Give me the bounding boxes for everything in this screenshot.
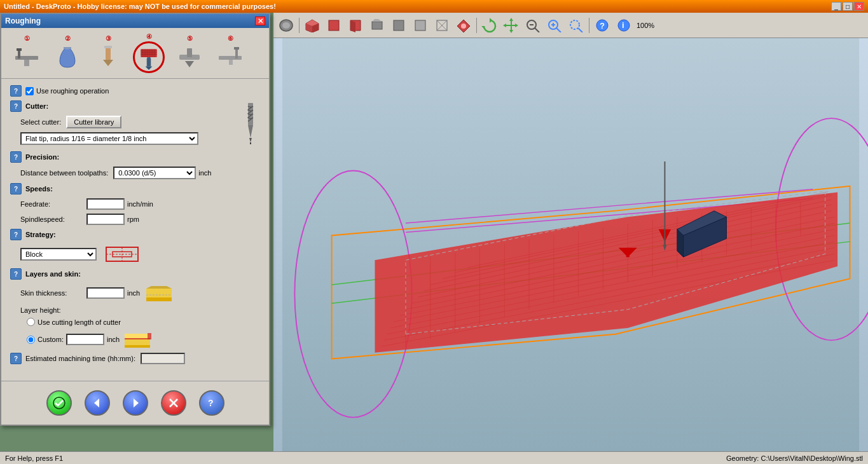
zoom-out-button[interactable] — [523, 16, 543, 35]
drill-bit-icon — [241, 103, 260, 144]
svg-rect-92 — [17, 48, 22, 51]
step-6-icon — [216, 43, 244, 71]
step-6[interactable]: ⑥ — [211, 35, 249, 71]
svg-marker-25 — [515, 24, 518, 27]
view-wire-button[interactable] — [432, 16, 452, 35]
help-button[interactable]: ? — [199, 390, 224, 416]
help-icon: ? — [205, 396, 219, 410]
svg-marker-141 — [94, 399, 99, 407]
distance-row: Distance between toolpaths: 0.0300 (d/5)… — [10, 167, 260, 179]
skin-thickness-input[interactable]: 0.0125 — [86, 287, 125, 299]
view-render-button[interactable] — [453, 16, 474, 35]
view-back-button[interactable] — [389, 16, 409, 35]
step-5[interactable]: ⑤ — [170, 35, 209, 71]
cutter-library-button[interactable]: Cutter library — [66, 116, 121, 128]
layer-height-icon — [122, 330, 153, 349]
speeds-label-row: ? Speeds: — [10, 183, 260, 194]
cutter-label-row: ? Cutter: — [10, 100, 235, 112]
dialog-close-button[interactable]: ✕ — [255, 17, 265, 25]
step-6-icon-wrap — [216, 43, 244, 71]
rotate-button[interactable] — [479, 16, 500, 35]
close-button[interactable]: ✕ — [854, 2, 864, 11]
svg-point-140 — [53, 397, 65, 409]
speeds-help[interactable]: ? — [10, 183, 22, 194]
zoom-in-button[interactable] — [544, 16, 565, 35]
step-3[interactable]: ③ — [89, 35, 127, 71]
strategy-dropdown[interactable]: Block Raster Spiral Radial — [20, 248, 97, 261]
svg-rect-93 — [24, 60, 29, 66]
maximize-button[interactable]: □ — [843, 2, 853, 11]
select-cutter-label: Select cutter: — [20, 118, 61, 126]
step-4[interactable]: ④ — [130, 33, 168, 73]
strategy-help[interactable]: ? — [10, 229, 22, 240]
step-2-icon-wrap — [53, 43, 81, 71]
forward-button[interactable] — [123, 390, 148, 416]
zoom-label: 100% — [637, 22, 654, 29]
distance-select[interactable]: 0.0300 (d/5) — [113, 167, 196, 179]
step-5-icon-wrap — [176, 43, 203, 71]
back-button[interactable] — [85, 390, 110, 416]
use-roughing-checkbox[interactable] — [25, 87, 34, 95]
use-roughing-label[interactable]: Use roughing operation — [36, 87, 109, 95]
forward-icon — [128, 396, 142, 410]
dialog-title: Roughing — [5, 17, 41, 25]
svg-marker-136 — [125, 339, 150, 345]
use-roughing-help[interactable]: ? — [10, 85, 22, 97]
layers-help[interactable]: ? — [10, 268, 22, 280]
ok-button[interactable] — [46, 390, 72, 416]
step-6-num: ⑥ — [228, 35, 233, 42]
spindlespeed-input[interactable]: 20000 — [86, 214, 125, 225]
step-2[interactable]: ② — [48, 35, 86, 71]
step-2-num: ② — [65, 35, 71, 42]
use-cutting-length-label[interactable]: Use cutting length of cutter — [38, 318, 121, 326]
svg-rect-95 — [64, 47, 71, 49]
app-title: Untitled - DeskProto - Hobby license: ma… — [4, 3, 276, 10]
dialog-content: ? Use roughing operation ? Cutter: Selec… — [1, 79, 269, 374]
estimated-time-help[interactable]: ? — [10, 353, 22, 364]
ok-icon — [52, 396, 66, 410]
pan-button[interactable] — [501, 16, 521, 35]
cutter-dropdown[interactable]: Flat tip, radius 1/16 = diameter 1/8 inc… — [20, 132, 198, 145]
info-button[interactable]: i — [614, 16, 634, 35]
use-cutting-length-radio[interactable] — [27, 318, 35, 326]
view-iso-button[interactable] — [302, 16, 322, 35]
spindlespeed-row: Spindlespeed: 20000 rpm — [10, 214, 260, 225]
svg-marker-24 — [503, 24, 506, 27]
layer-height-row: Layer height: — [10, 306, 260, 314]
svg-rect-96 — [106, 47, 111, 60]
step-2-icon — [53, 43, 81, 71]
feedrate-input[interactable]: 20.0 — [86, 198, 125, 210]
dialog-footer: ? — [1, 381, 269, 425]
feedrate-unit: inch/min — [127, 200, 153, 208]
view-other-button[interactable] — [410, 16, 431, 35]
strategy-icon — [103, 244, 141, 264]
strategy-label-row: ? Strategy: — [10, 229, 260, 240]
view-side-button[interactable] — [345, 16, 366, 35]
cutter-select-row: Flat tip, radius 1/16 = diameter 1/8 inc… — [10, 132, 235, 145]
use-roughing-row: ? Use roughing operation — [10, 85, 260, 97]
custom-label[interactable]: Custom: — [38, 336, 64, 343]
precision-help[interactable]: ? — [10, 151, 22, 163]
estimated-time-label: Estimated machining time (hh:mm): — [25, 355, 135, 362]
help-icon-button[interactable]: ? — [592, 16, 612, 35]
view-top-button[interactable] — [367, 16, 387, 35]
cutter-help[interactable]: ? — [10, 100, 22, 112]
step-4-icon — [136, 44, 162, 70]
minimize-button[interactable]: _ — [831, 2, 841, 11]
cancel-button[interactable] — [161, 390, 186, 416]
svg-marker-23 — [509, 30, 513, 33]
toolbar-separator — [299, 18, 300, 33]
view-front-button[interactable] — [324, 16, 344, 35]
svg-text:?: ? — [600, 21, 605, 31]
custom-value-input[interactable]: 0.1000 — [66, 334, 104, 345]
custom-layer-radio[interactable] — [27, 336, 35, 344]
svg-marker-125 — [249, 138, 252, 142]
step-3-icon — [94, 43, 122, 71]
step-1[interactable]: ① — [8, 35, 46, 71]
camera-button[interactable] — [276, 16, 296, 35]
viewport[interactable] — [273, 38, 868, 451]
step-5-icon — [176, 43, 203, 71]
skin-thickness-label: Skin thickness: — [20, 289, 84, 297]
zoom-fit-button[interactable] — [566, 16, 586, 35]
svg-marker-22 — [509, 18, 513, 21]
